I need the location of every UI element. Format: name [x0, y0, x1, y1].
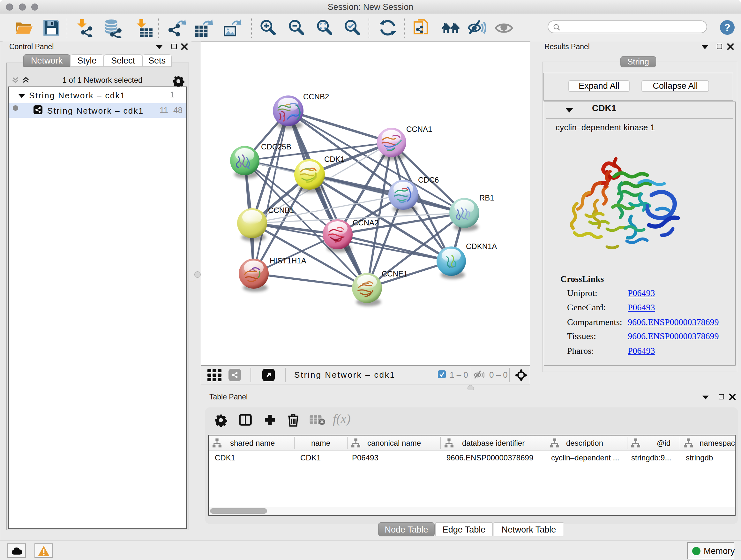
- svg-text:CDC25B: CDC25B: [261, 142, 291, 151]
- svg-text:HIST1H1A: HIST1H1A: [270, 256, 307, 265]
- svg-text:RB1: RB1: [479, 193, 494, 202]
- svg-text:CCNA1: CCNA1: [406, 125, 432, 133]
- svg-text:CDC6: CDC6: [418, 176, 439, 184]
- svg-text:CCNB1: CCNB1: [268, 206, 294, 214]
- svg-text:CDK1: CDK1: [324, 155, 345, 164]
- svg-text:CCNE1: CCNE1: [382, 269, 408, 278]
- svg-text:CCNB2: CCNB2: [303, 92, 329, 101]
- svg-text:CCNA2: CCNA2: [353, 219, 379, 227]
- svg-text:CDKN1A: CDKN1A: [466, 242, 497, 251]
